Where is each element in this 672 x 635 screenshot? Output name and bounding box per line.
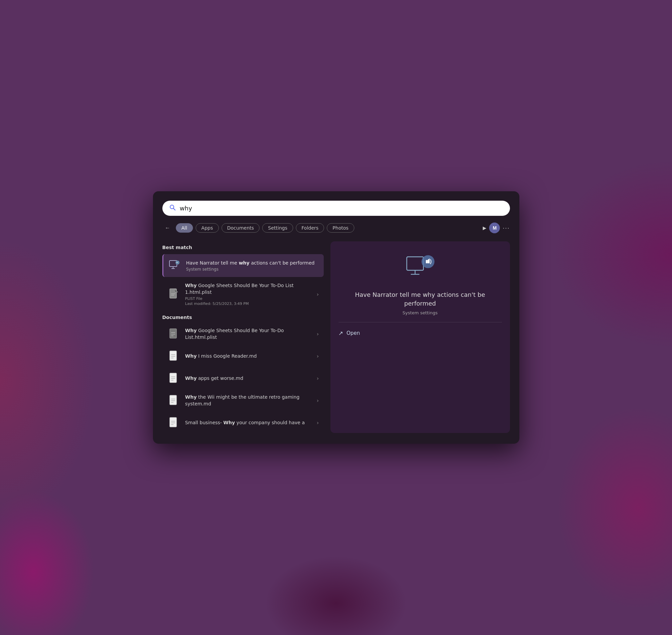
filter-tab-apps[interactable]: Apps [196,223,219,233]
right-panel-subtitle: System settings [403,310,437,315]
results-layout: Best match Have Narrator tell me why act… [162,241,510,433]
doc-icon-5 [167,416,180,430]
file-item-1-text: Why Google Sheets Should Be Your To-Do L… [185,282,312,306]
doc-item-1[interactable]: Why Google Sheets Should Be Your To-Do L… [162,324,324,344]
best-match-text: Have Narrator tell me why actions can't … [186,260,319,272]
chevron-icon-1: › [317,291,319,298]
best-match-item[interactable]: Have Narrator tell me why actions can't … [162,254,324,277]
doc-icon-1 [167,327,180,341]
search-bar: why [162,201,510,216]
doc-icon-3 [167,372,180,385]
svg-rect-17 [170,373,176,382]
doc-item-1-text: Why Google Sheets Should Be Your To-Do L… [185,327,312,341]
search-window: why ← All Apps Documents Settings Folder… [153,191,519,443]
avatar-button[interactable]: M [489,222,500,233]
doc-item-2-text: Why I miss Google Reader.md [185,353,312,360]
svg-rect-13 [170,351,176,360]
right-panel: Have Narrator tell me why actions can't … [330,241,510,433]
svg-line-1 [173,209,175,211]
chevron-icon-doc-1: › [317,331,319,337]
file-icon-1 [167,287,180,301]
right-panel-title: Have Narrator tell me why actions can't … [339,290,502,307]
doc-item-3[interactable]: Why apps get worse.md › [162,368,324,389]
play-button[interactable]: ▶ [483,225,486,231]
open-icon: ↗ [339,330,343,336]
file-item-1-title: Why Google Sheets Should Be Your To-Do L… [185,282,312,295]
filter-tab-folders[interactable]: Folders [296,223,324,233]
doc-item-2[interactable]: Why I miss Google Reader.md › [162,346,324,366]
filter-tab-all[interactable]: All [176,223,193,233]
filter-tab-photos[interactable]: Photos [327,223,354,233]
narrator-settings-icon [168,259,181,272]
narrator-large-icon [405,254,435,282]
doc-icon-4 [167,394,180,408]
chevron-icon-doc-5: › [317,419,319,426]
doc-item-5-text: Small business- Why your company should … [185,419,312,426]
right-panel-divider [339,322,502,322]
svg-rect-2 [169,261,177,267]
best-match-header: Best match [162,245,324,250]
file-item-1[interactable]: Why Google Sheets Should Be Your To-Do L… [162,279,324,309]
open-label: Open [347,330,360,336]
file-item-1-type: PLIST File [185,297,312,301]
svg-rect-29 [407,257,424,270]
back-button[interactable]: ← [162,223,173,233]
search-icon [169,204,176,213]
svg-rect-9 [170,329,176,338]
chevron-icon-doc-3: › [317,375,319,381]
best-match-title: Have Narrator tell me why actions can't … [186,260,319,267]
search-input[interactable]: why [180,205,503,212]
more-button[interactable]: ··· [503,224,510,232]
filter-tab-documents[interactable]: Documents [221,223,260,233]
doc-item-5[interactable]: Small business- Why your company should … [162,413,324,433]
filter-tab-settings[interactable]: Settings [262,223,293,233]
svg-rect-21 [170,395,176,405]
svg-rect-33 [426,260,427,264]
doc-item-3-text: Why apps get worse.md [185,375,312,382]
file-item-1-modified: Last modified: 5/25/2023, 3:49 PM [185,302,312,306]
doc-item-4[interactable]: Why the Wii might be the ultimate retro … [162,391,324,411]
documents-header: Documents [162,315,324,320]
doc-icon-2 [167,350,180,363]
open-button[interactable]: ↗ Open [339,328,360,338]
best-match-subtitle: System settings [186,267,319,271]
chevron-icon-doc-4: › [317,397,319,404]
filter-row: ← All Apps Documents Settings Folders Ph… [162,222,510,233]
chevron-icon-doc-2: › [317,353,319,359]
left-column: Best match Have Narrator tell me why act… [162,241,324,433]
doc-item-4-text: Why the Wii might be the ultimate retro … [185,394,312,407]
svg-rect-25 [170,417,176,427]
